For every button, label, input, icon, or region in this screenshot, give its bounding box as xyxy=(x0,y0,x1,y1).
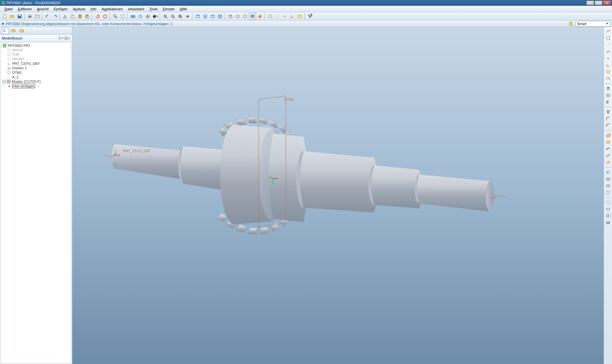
enhanced-realism-button[interactable] xyxy=(256,13,263,20)
thicken-button[interactable] xyxy=(605,220,612,226)
point-button[interactable] xyxy=(605,55,612,62)
help-button[interactable]: ? xyxy=(306,13,314,20)
orient-mode-button[interactable] xyxy=(144,13,151,20)
cut-button[interactable] xyxy=(62,13,69,20)
revolve-button[interactable] xyxy=(605,139,612,145)
favorites-tab[interactable] xyxy=(18,28,26,34)
regenerate-button[interactable] xyxy=(94,13,101,20)
boundary-blend-button[interactable] xyxy=(605,199,612,206)
tree-item[interactable]: TOP xyxy=(2,52,70,57)
csys-button[interactable] xyxy=(605,62,612,68)
menu-analyse[interactable]: Analyse xyxy=(70,6,88,12)
mirror-button[interactable] xyxy=(605,169,612,176)
print-button[interactable] xyxy=(26,13,33,20)
select-button[interactable] xyxy=(119,13,126,20)
tree-item[interactable]: + Muster (CUTOUT) xyxy=(2,79,70,84)
refit-button[interactable] xyxy=(177,13,184,20)
plane-button[interactable] xyxy=(605,35,612,41)
undo-button[interactable] xyxy=(44,13,51,20)
round-button[interactable] xyxy=(605,116,612,122)
tree-item[interactable]: Drehen 1 xyxy=(2,66,70,70)
expand-button[interactable]: + xyxy=(2,80,6,83)
paste-button[interactable] xyxy=(76,13,84,20)
model-tree-tab[interactable] xyxy=(1,28,9,34)
folder-browser-tab[interactable] xyxy=(10,28,17,34)
datum-axes-button[interactable] xyxy=(274,13,281,20)
3d-viewport[interactable]: DTM1 PRT_CSYS_DEF A_2 A_1 xyxy=(72,27,604,364)
svg-point-25 xyxy=(179,15,181,17)
flatten-quilt-button[interactable] xyxy=(605,206,612,212)
hole-button[interactable] xyxy=(605,85,612,92)
tree-item[interactable]: DTM1 xyxy=(2,70,70,75)
tree-filter-button[interactable]: ▼ xyxy=(58,35,64,41)
menu-editieren[interactable]: Editieren xyxy=(15,6,34,12)
menu-datei[interactable]: Datei xyxy=(2,6,15,12)
find-button[interactable] xyxy=(112,13,119,20)
tree-settings-button[interactable]: ▼ xyxy=(64,35,70,41)
blend-button[interactable] xyxy=(605,152,612,159)
swept-blend-button[interactable] xyxy=(605,159,612,166)
rib-button[interactable] xyxy=(605,99,612,105)
tree-root[interactable]: PRT0002.PRT xyxy=(2,43,70,48)
tree-item[interactable]: RIGHT xyxy=(2,48,70,52)
layers-button[interactable] xyxy=(202,13,209,20)
status-pin-icon[interactable] xyxy=(569,22,573,26)
offset-button[interactable] xyxy=(605,213,612,219)
menu-info[interactable]: Info xyxy=(88,6,99,12)
shaded-button[interactable] xyxy=(249,13,256,20)
menu-fenster[interactable]: Fenster xyxy=(160,6,177,12)
sweep-button[interactable] xyxy=(605,146,612,152)
axis-button[interactable] xyxy=(605,42,612,48)
regenerate-all-button[interactable] xyxy=(102,13,109,20)
view-manager-button[interactable] xyxy=(129,13,137,20)
datum-planes-button[interactable] xyxy=(267,13,274,20)
annotations-display-button[interactable] xyxy=(296,13,303,20)
tree-insert-here[interactable]: ➜ Hier einfügen xyxy=(2,84,70,88)
view-mode-button[interactable] xyxy=(209,13,216,20)
wireframe-button[interactable] xyxy=(227,13,234,20)
merge-button[interactable] xyxy=(605,176,612,182)
spin-center-button[interactable] xyxy=(137,13,144,20)
extrude-button[interactable] xyxy=(605,132,612,139)
zoom-out-button[interactable] xyxy=(169,13,176,20)
appearance-button[interactable]: ▼ xyxy=(152,13,159,20)
named-views-button[interactable] xyxy=(217,13,224,20)
menu-einfuegen[interactable]: Einfügen xyxy=(51,6,70,12)
svg-point-18 xyxy=(139,15,142,18)
csys-display-button[interactable] xyxy=(289,13,296,20)
curve-button[interactable] xyxy=(605,48,612,55)
tree-item[interactable]: A_2 xyxy=(2,75,70,79)
save-button[interactable] xyxy=(16,13,23,20)
saved-views-button[interactable] xyxy=(194,13,201,20)
menu-eassistant[interactable]: eAssistant xyxy=(125,6,147,12)
selection-filter-dropdown[interactable]: Smart ▼ xyxy=(575,21,610,27)
draft-button[interactable] xyxy=(605,109,612,115)
copy-button[interactable] xyxy=(69,13,76,20)
sketch-button[interactable] xyxy=(605,28,612,35)
maximize-button[interactable]: ▢ xyxy=(595,1,602,5)
hidden-line-button[interactable] xyxy=(234,13,241,20)
menu-ansicht[interactable]: Ansicht xyxy=(34,6,51,12)
new-file-button[interactable] xyxy=(1,13,8,20)
tree-item[interactable]: FRONT xyxy=(2,57,70,61)
trim-button[interactable] xyxy=(605,183,612,189)
email-button[interactable] xyxy=(34,13,41,20)
sketch-region-button[interactable] xyxy=(605,69,612,75)
redo-button[interactable] xyxy=(51,13,58,20)
paste-special-button[interactable] xyxy=(84,13,91,20)
shell-button[interactable] xyxy=(605,92,612,99)
style-button[interactable] xyxy=(605,75,612,82)
pattern-button[interactable] xyxy=(605,189,612,196)
no-hidden-button[interactable] xyxy=(242,13,249,20)
menu-tools[interactable]: Tools xyxy=(147,6,160,12)
tree-item[interactable]: PRT_CSYS_DEF xyxy=(2,61,70,66)
reorient-button[interactable] xyxy=(184,13,191,20)
open-file-button[interactable] xyxy=(9,13,16,20)
zoom-in-button[interactable] xyxy=(162,13,169,20)
datum-points-button[interactable] xyxy=(281,13,288,20)
menu-hilfe[interactable]: Hilfe xyxy=(177,6,190,12)
close-button[interactable]: ✕ xyxy=(603,1,611,5)
menu-applikationen[interactable]: Applikationen xyxy=(99,6,125,12)
minimize-button[interactable]: — xyxy=(586,1,594,5)
chamfer-button[interactable] xyxy=(605,122,612,129)
